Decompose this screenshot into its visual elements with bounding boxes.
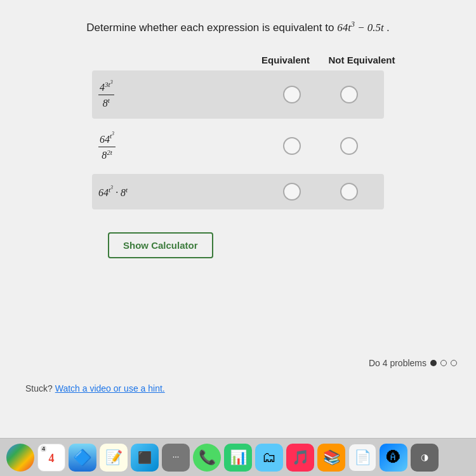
radio-not-equivalent-2[interactable] <box>340 137 358 155</box>
textedit-icon: 📄 <box>354 449 371 466</box>
radio-cell-3-equivalent[interactable] <box>263 183 321 201</box>
dock-charts[interactable]: 📊 <box>224 444 252 472</box>
question-expression: 64t3 − 0.5t <box>337 22 387 34</box>
main-content: Determine whether each expression is equ… <box>0 0 476 438</box>
last-icon: ◑ <box>421 452 428 463</box>
appstore-icon: 🅐 <box>387 449 400 466</box>
dock-files[interactable]: 🗂 <box>255 444 283 472</box>
dock-phone[interactable]: 📞 <box>193 444 221 472</box>
finder-icon: 🔷 <box>73 449 92 466</box>
show-calculator-button[interactable]: Show Calculator <box>108 232 213 258</box>
stuck-text: Stuck? <box>25 383 53 393</box>
dock-finder[interactable]: 🔷 <box>69 444 96 472</box>
radio-not-equivalent-1[interactable] <box>340 86 358 103</box>
question-text: Determine whether each expression is equ… <box>86 22 334 34</box>
cal-number: 4 <box>49 452 55 465</box>
expression-2: 64t3 82t <box>98 131 263 161</box>
do-problems-indicator: Do 4 problems <box>369 358 457 368</box>
radio-cell-3-not-equivalent[interactable] <box>321 183 378 201</box>
table-row: 64t3 · 8t <box>92 174 384 209</box>
stuck-line: Stuck? Watch a video or use a hint. <box>25 383 165 393</box>
dock-textedit[interactable]: 📄 <box>348 444 376 472</box>
macos-dock: 4 4 🔷 📝 ⬛ ··· 📞 📊 🗂 🎵 📚 📄 🅐 ◑ <box>0 438 476 476</box>
dock-music[interactable]: 🎵 <box>286 444 314 472</box>
charts-icon: 📊 <box>230 449 247 466</box>
stuck-link[interactable]: Watch a video or use a hint. <box>55 383 165 393</box>
radio-equivalent-2[interactable] <box>283 137 301 155</box>
books-icon: 📚 <box>323 449 340 466</box>
dock-dots[interactable]: ··· <box>162 444 190 472</box>
calendar-badge: 4 <box>41 446 46 452</box>
table-row: 43t3 8t <box>92 70 384 118</box>
expression-3: 64t3 · 8t <box>98 185 263 199</box>
do-problems-text: Do 4 problems <box>369 358 426 368</box>
progress-dot-3 <box>451 360 457 366</box>
dock-notes[interactable]: 📝 <box>100 444 128 472</box>
radio-cell-2-equivalent[interactable] <box>263 137 321 155</box>
expression-1: 43t3 8t <box>98 79 263 109</box>
col-header-not-equivalent: Not Equivalent <box>321 55 403 65</box>
question-title: Determine whether each expression is equ… <box>25 19 451 36</box>
dots-icon: ··· <box>173 453 180 463</box>
progress-dot-1 <box>430 360 437 366</box>
dock-last[interactable]: ◑ <box>411 444 439 472</box>
dock-calendar[interactable]: 4 4 <box>37 444 65 472</box>
radio-cell-2-not-equivalent[interactable] <box>321 137 378 155</box>
notes-icon: 📝 <box>105 449 122 466</box>
radio-equivalent-3[interactable] <box>283 183 301 201</box>
radio-equivalent-1[interactable] <box>283 86 301 103</box>
table-row: 64t3 82t <box>92 122 384 170</box>
col-header-equivalent: Equivalent <box>251 55 321 65</box>
rows-container: 43t3 8t 64t3 82t <box>92 70 384 209</box>
music-icon: 🎵 <box>292 449 309 466</box>
phone-icon: 📞 <box>199 449 216 466</box>
files-icon: 🗂 <box>262 449 276 466</box>
radio-cell-1-not-equivalent[interactable] <box>321 86 378 103</box>
dock-appstore[interactable]: 🅐 <box>380 444 407 472</box>
dock-chrome[interactable] <box>6 444 34 472</box>
radio-not-equivalent-3[interactable] <box>340 183 358 201</box>
apps-icon: ⬛ <box>138 451 152 465</box>
progress-dot-2 <box>440 360 447 366</box>
dock-books[interactable]: 📚 <box>317 444 345 472</box>
radio-cell-1-equivalent[interactable] <box>263 86 321 103</box>
dock-apps[interactable]: ⬛ <box>131 444 159 472</box>
